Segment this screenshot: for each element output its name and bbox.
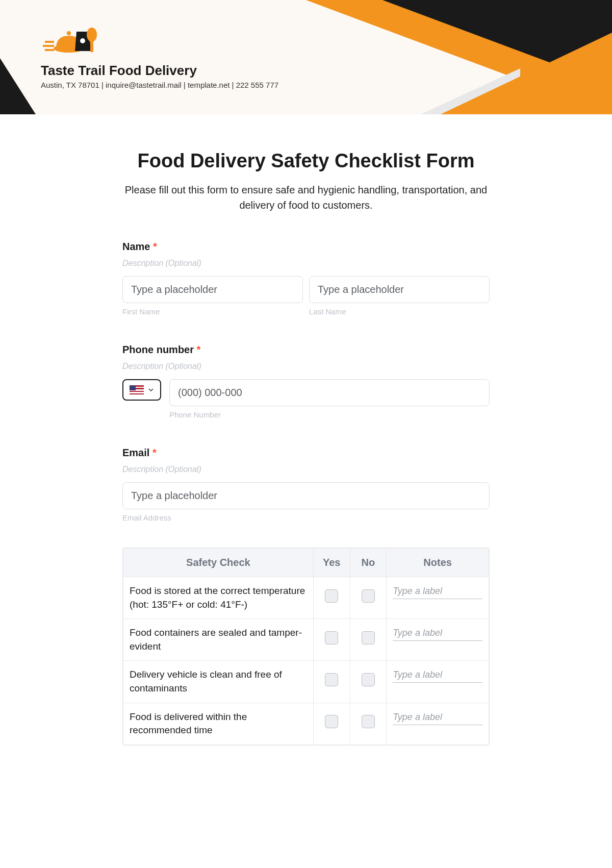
checkbox-yes[interactable] — [325, 673, 338, 686]
checkbox-yes[interactable] — [325, 715, 338, 728]
safety-check-table: Safety Check Yes No Notes Food is stored… — [122, 548, 490, 746]
checkbox-yes[interactable] — [325, 631, 338, 644]
notes-input[interactable] — [393, 627, 482, 641]
field-name: Name * Description (Optional) First Name… — [122, 241, 490, 316]
label-text: Phone number — [122, 344, 194, 355]
notes-input[interactable] — [393, 585, 482, 599]
brand-contact: Austin, TX 78701 | inquire@tastetrail.ma… — [41, 81, 278, 89]
decor-triangle — [0, 58, 36, 114]
required-mark: * — [197, 344, 201, 355]
chevron-down-icon — [148, 387, 154, 393]
safety-check-text: Food is stored at the correct temperatur… — [123, 577, 314, 619]
svg-rect-2 — [45, 41, 54, 43]
table-row: Food is delivered within the recommended… — [123, 703, 489, 745]
sub-label: Email Address — [122, 513, 490, 522]
svg-rect-6 — [90, 41, 93, 52]
brand-name: Taste Trail Food Delivery — [41, 63, 278, 79]
table-row: Food is stored at the correct temperatur… — [123, 577, 489, 619]
svg-point-1 — [67, 31, 71, 35]
checkbox-no[interactable] — [362, 715, 375, 728]
form-title: Food Delivery Safety Checklist Form — [122, 150, 490, 172]
checkbox-no[interactable] — [362, 673, 375, 686]
sub-label: First Name — [122, 307, 303, 316]
field-email: Email * Description (Optional) Email Add… — [122, 447, 490, 522]
country-code-select[interactable] — [122, 379, 161, 401]
safety-check-text: Food containers are sealed and tamper-ev… — [123, 619, 314, 661]
field-label: Name * — [122, 241, 490, 253]
table-row: Food containers are sealed and tamper-ev… — [123, 619, 489, 661]
safety-check-text: Food is delivered within the recommended… — [123, 703, 314, 745]
col-yes: Yes — [313, 549, 350, 577]
first-name-input[interactable] — [122, 276, 303, 303]
form-intro: Please fill out this form to ensure safe… — [122, 182, 490, 213]
label-text: Name — [122, 241, 150, 252]
form-container: Food Delivery Safety Checklist Form Plea… — [71, 150, 541, 746]
svg-rect-3 — [43, 45, 54, 47]
brand-block: Taste Trail Food Delivery Austin, TX 787… — [41, 26, 278, 89]
svg-point-5 — [87, 28, 97, 42]
table-row: Delivery vehicle is clean and free of co… — [123, 661, 489, 703]
table-header-row: Safety Check Yes No Notes — [123, 549, 489, 577]
sub-label: Last Name — [309, 307, 490, 316]
checkbox-no[interactable] — [362, 589, 375, 603]
notes-input[interactable] — [393, 668, 482, 683]
sub-label: Phone Number — [169, 410, 490, 419]
field-description: Description (Optional) — [122, 465, 490, 474]
checkbox-no[interactable] — [362, 631, 375, 644]
col-no: No — [350, 549, 387, 577]
checkbox-yes[interactable] — [325, 589, 338, 603]
required-mark: * — [153, 241, 157, 252]
svg-point-7 — [80, 38, 85, 43]
field-label: Phone number * — [122, 344, 490, 356]
col-notes: Notes — [387, 549, 489, 577]
us-flag-icon — [130, 385, 144, 394]
safety-check-text: Delivery vehicle is clean and free of co… — [123, 661, 314, 703]
col-safety-check: Safety Check — [123, 549, 314, 577]
phone-input[interactable] — [169, 379, 490, 406]
required-mark: * — [152, 447, 157, 458]
svg-rect-4 — [45, 49, 54, 51]
last-name-input[interactable] — [309, 276, 490, 303]
label-text: Email — [122, 447, 149, 458]
field-phone: Phone number * Description (Optional) Ph… — [122, 344, 490, 419]
header-banner: Taste Trail Food Delivery Austin, TX 787… — [0, 0, 612, 114]
brand-logo-icon — [41, 26, 102, 59]
field-description: Description (Optional) — [122, 362, 490, 371]
notes-input[interactable] — [393, 711, 482, 725]
field-label: Email * — [122, 447, 490, 459]
field-description: Description (Optional) — [122, 259, 490, 268]
email-input[interactable] — [122, 482, 490, 509]
decor-triangle — [398, 33, 612, 114]
